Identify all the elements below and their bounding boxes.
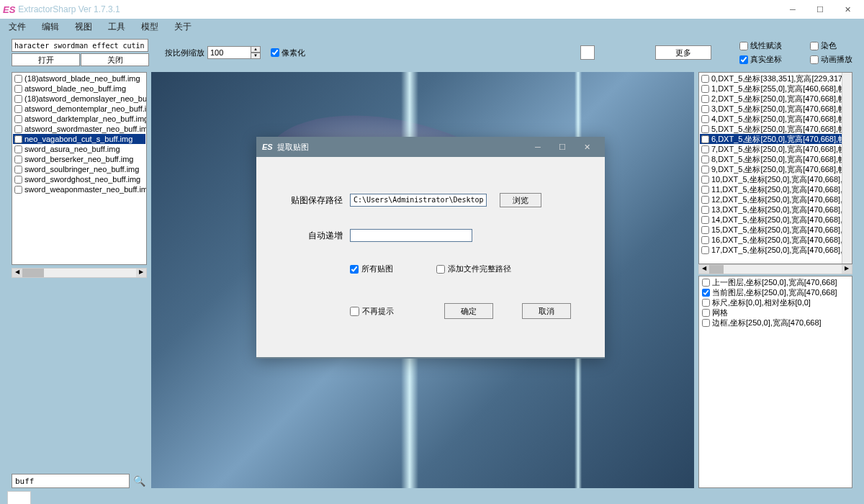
color-picker[interactable]	[580, 45, 595, 60]
dialog-maximize-button[interactable]: ☐	[550, 138, 575, 156]
frame-list-item[interactable]: 6,DXT_5,坐标[250,0],宽高[470,668],帧域	[700, 134, 851, 144]
all-images-checkbox[interactable]	[350, 265, 359, 274]
more-button[interactable]: 更多	[655, 45, 711, 60]
layer-prop-checkbox[interactable]	[702, 299, 710, 307]
frame-list-item[interactable]: 17,DXT_5,坐标[250,0],宽高[470,668],帧	[700, 245, 851, 255]
v-scrollbar[interactable]	[842, 73, 852, 264]
layer-prop-checkbox[interactable]	[702, 319, 710, 327]
open-button[interactable]: 打开	[12, 53, 80, 66]
file-item-checkbox[interactable]	[14, 135, 22, 143]
frame-list-item[interactable]: 16,DXT_5,坐标[250,0],宽高[470,668],帧	[700, 235, 851, 245]
frame-item-checkbox[interactable]	[701, 156, 709, 163]
frame-list-item[interactable]: 3,DXT_5,坐标[250,0],宽高[470,668],帧域	[700, 104, 851, 114]
file-list-item[interactable]: atsword_swordmaster_neo_buff.im	[13, 124, 145, 134]
scale-up-icon[interactable]: ▲	[251, 46, 261, 53]
frame-list-item[interactable]: 8,DXT_5,坐标[250,0],宽高[470,668],帧域	[700, 154, 851, 164]
close-button[interactable]: ✕	[834, 0, 861, 19]
file-item-checkbox[interactable]	[14, 156, 22, 163]
layer-prop-checkbox[interactable]	[702, 289, 710, 297]
layer-prop-item[interactable]: 网格	[701, 308, 850, 318]
no-prompt-checkbox[interactable]	[350, 307, 359, 316]
search-input[interactable]	[12, 474, 130, 488]
real-coord-checkbox[interactable]	[739, 55, 748, 64]
maximize-button[interactable]: ☐	[806, 0, 834, 19]
layer-props-list[interactable]: 上一图层,坐标[250,0],宽高[470,668]当前图层,坐标[250,0]…	[698, 276, 852, 488]
minimize-button[interactable]: ─	[779, 0, 806, 19]
frame-list[interactable]: 0,DXT_5,坐标[338,351],宽高[229,317],帧域1,DXT_…	[698, 72, 852, 264]
file-list-item[interactable]: sword_asura_neo_buff.img	[13, 144, 145, 154]
file-item-checkbox[interactable]	[14, 105, 22, 113]
frame-list-item[interactable]: 4,DXT_5,坐标[250,0],宽高[470,668],帧域	[700, 114, 851, 124]
frame-list-item[interactable]: 0,DXT_5,坐标[338,351],宽高[229,317],帧域	[700, 73, 851, 84]
file-list-item[interactable]: sword_berserker_neo_buff.img	[13, 154, 145, 164]
close-file-button[interactable]: 关闭	[81, 53, 149, 66]
npk-path-input[interactable]	[12, 39, 148, 52]
browse-button[interactable]: 浏览	[500, 193, 541, 207]
layer-prop-item[interactable]: 当前图层,坐标[250,0],宽高[470,668]	[701, 288, 850, 298]
scale-input[interactable]	[207, 46, 251, 59]
bottom-tab[interactable]: .	[7, 491, 31, 504]
frame-list-item[interactable]: 1,DXT_5,坐标[255,0],宽高[460,668],帧域	[700, 84, 851, 94]
frame-item-checkbox[interactable]	[701, 75, 709, 83]
frame-item-checkbox[interactable]	[701, 105, 709, 113]
cancel-button[interactable]: 取消	[522, 303, 571, 319]
file-list[interactable]: (18)atsword_blade_neo_buff.imgatsword_bl…	[12, 72, 147, 265]
h-scrollbar[interactable]: ◀▶	[12, 268, 147, 278]
frame-h-scrollbar[interactable]: ◀▶	[698, 264, 852, 274]
frame-item-checkbox[interactable]	[701, 135, 709, 143]
file-item-checkbox[interactable]	[14, 186, 22, 194]
frame-item-checkbox[interactable]	[701, 115, 709, 123]
frame-item-checkbox[interactable]	[701, 216, 709, 224]
frame-item-checkbox[interactable]	[701, 246, 709, 254]
layer-prop-checkbox[interactable]	[702, 279, 710, 287]
menu-model[interactable]: 模型	[141, 21, 158, 33]
menu-view[interactable]: 视图	[75, 21, 92, 33]
menu-edit[interactable]: 编辑	[42, 21, 59, 33]
frame-item-checkbox[interactable]	[701, 226, 709, 234]
layer-prop-item[interactable]: 上一图层,坐标[250,0],宽高[470,668]	[701, 278, 850, 288]
frame-list-item[interactable]: 13,DXT_5,坐标[250,0],宽高[470,668],帧	[700, 204, 851, 215]
file-item-checkbox[interactable]	[14, 166, 22, 174]
auto-increment-input[interactable]	[350, 229, 472, 242]
file-item-checkbox[interactable]	[14, 95, 22, 103]
file-list-item[interactable]: (18)atsword_blade_neo_buff.img	[13, 73, 145, 84]
frame-item-checkbox[interactable]	[701, 125, 709, 133]
scale-down-icon[interactable]: ▼	[251, 53, 261, 59]
file-item-checkbox[interactable]	[14, 125, 22, 133]
frame-list-item[interactable]: 10,DXT_5,坐标[250,0],宽高[470,668],帧	[700, 174, 851, 184]
dialog-close-button[interactable]: ✕	[575, 138, 599, 156]
frame-item-checkbox[interactable]	[701, 85, 709, 93]
save-path-input[interactable]	[350, 194, 487, 207]
add-fullpath-checkbox[interactable]	[436, 265, 445, 274]
frame-item-checkbox[interactable]	[701, 166, 709, 174]
menu-file[interactable]: 文件	[9, 21, 26, 33]
file-list-item[interactable]: (18)atsword_demonslayer_neo_buff.	[13, 94, 145, 104]
ok-button[interactable]: 确定	[444, 303, 493, 319]
file-list-item[interactable]: neo_vagabond_cut_s_buff.img	[13, 134, 145, 144]
file-list-item[interactable]: sword_swordghost_neo_buff.img	[13, 174, 145, 184]
dialog-minimize-button[interactable]: ─	[526, 138, 550, 156]
pixelate-checkbox[interactable]	[271, 48, 279, 57]
file-item-checkbox[interactable]	[14, 145, 22, 153]
file-list-item[interactable]: atsword_demontemplar_neo_buff.im	[13, 104, 145, 114]
dialog-titlebar[interactable]: ES 提取贴图 ─ ☐ ✕	[256, 137, 605, 157]
dye-checkbox[interactable]	[810, 42, 819, 50]
search-icon[interactable]: 🔍	[131, 474, 147, 488]
frame-item-checkbox[interactable]	[701, 95, 709, 103]
frame-item-checkbox[interactable]	[701, 145, 709, 153]
frame-list-item[interactable]: 11,DXT_5,坐标[250,0],宽高[470,668],帧	[700, 184, 851, 194]
frame-list-item[interactable]: 5,DXT_5,坐标[250,0],宽高[470,668],帧域	[700, 124, 851, 134]
anim-play-checkbox[interactable]	[810, 55, 819, 64]
frame-item-checkbox[interactable]	[701, 206, 709, 214]
menu-tools[interactable]: 工具	[108, 21, 125, 33]
frame-item-checkbox[interactable]	[701, 196, 709, 204]
layer-prop-item[interactable]: 边框,坐标[250,0],宽高[470,668]	[701, 318, 850, 328]
frame-list-item[interactable]: 14,DXT_5,坐标[250,0],宽高[470,668],帧	[700, 215, 851, 225]
file-list-item[interactable]: atsword_blade_neo_buff.img	[13, 84, 145, 94]
frame-item-checkbox[interactable]	[701, 236, 709, 244]
file-list-item[interactable]: sword_weaponmaster_neo_buff.img	[13, 184, 145, 194]
frame-list-item[interactable]: 9,DXT_5,坐标[250,0],宽高[470,668],帧域	[700, 164, 851, 174]
linear-fade-checkbox[interactable]	[739, 42, 748, 50]
frame-list-item[interactable]: 15,DXT_5,坐标[250,0],宽高[470,668],帧	[700, 225, 851, 235]
file-item-checkbox[interactable]	[14, 75, 22, 83]
